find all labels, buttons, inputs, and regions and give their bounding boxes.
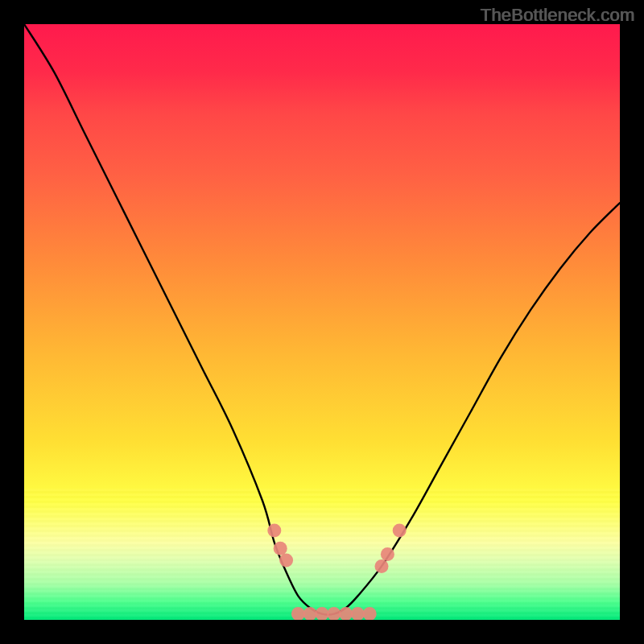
- plot-area: [24, 24, 620, 620]
- scatter-points: [267, 524, 406, 621]
- data-point: [351, 607, 365, 620]
- data-point: [363, 607, 377, 620]
- data-point: [381, 547, 394, 561]
- curve-svg: [24, 24, 620, 620]
- chart-frame: TheBottleneck.com: [0, 0, 644, 644]
- data-point: [274, 542, 287, 555]
- data-point: [339, 607, 353, 620]
- bottleneck-curve: [24, 24, 620, 615]
- data-point: [375, 559, 389, 573]
- data-point: [279, 554, 293, 568]
- watermark-text: TheBottleneck.com: [480, 5, 634, 26]
- data-point: [316, 607, 329, 620]
- data-point: [267, 524, 281, 538]
- data-point: [291, 607, 305, 620]
- data-point: [303, 607, 317, 620]
- data-point: [393, 524, 407, 538]
- data-point: [327, 607, 341, 620]
